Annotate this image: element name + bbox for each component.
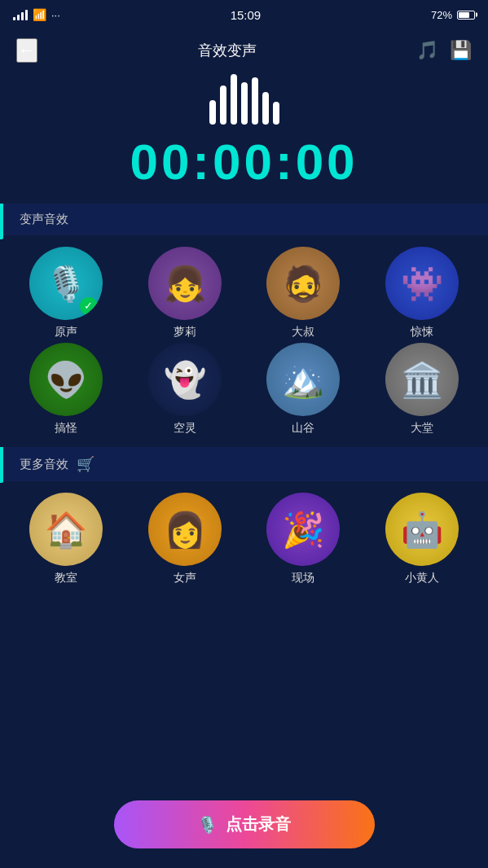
status-left: 📶 ··· — [13, 8, 60, 21]
avatar-scary: 👾 — [385, 247, 459, 320]
back-button[interactable]: ← — [16, 38, 37, 63]
label-uncle: 大叔 — [292, 325, 314, 340]
music-list-icon[interactable]: 🎵 — [416, 40, 438, 61]
label-hall: 大堂 — [411, 421, 433, 436]
effect-valley[interactable]: 🏔️ 山谷 — [246, 343, 362, 436]
header: ← 音效变声 🎵 💾 — [0, 29, 488, 72]
avatar-female: 👩 — [148, 493, 222, 566]
status-bar: 📶 ··· 15:09 72% — [0, 0, 488, 29]
avatar-minion: 🤖 — [385, 493, 459, 566]
avatar-ghost: 👻 — [148, 343, 222, 416]
audio-visualizer — [0, 80, 488, 125]
label-female: 女声 — [174, 571, 196, 585]
record-btn-container: 🎙️ 点击录音 — [114, 800, 375, 848]
battery-percent: 72% — [431, 9, 452, 21]
status-time: 15:09 — [231, 8, 262, 22]
avatar-valley: 🏔️ — [266, 343, 340, 416]
save-icon[interactable]: 💾 — [450, 40, 472, 61]
timer-display: 00:00:00 — [0, 133, 488, 191]
section-accent-effects — [0, 204, 3, 239]
label-minion: 小黄人 — [405, 571, 439, 585]
section-label-more: 更多音效 🛒 — [0, 447, 488, 481]
wifi-icon: 📶 — [33, 8, 46, 21]
cart-icon[interactable]: 🛒 — [77, 455, 95, 473]
effect-monster[interactable]: 👽 搞怪 — [8, 343, 124, 436]
avatar-hall: 🏛️ — [385, 343, 459, 416]
effect-minion[interactable]: 🤖 小黄人 — [364, 493, 480, 585]
label-original: 原声 — [55, 325, 77, 340]
label-molly: 萝莉 — [174, 325, 196, 340]
effect-original[interactable]: 🎙️ 原声 — [8, 247, 124, 340]
record-label: 点击录音 — [226, 813, 291, 835]
vis-bar-6 — [262, 92, 269, 125]
label-classroom: 教室 — [55, 571, 77, 585]
effect-hall[interactable]: 🏛️ 大堂 — [364, 343, 480, 436]
label-valley: 山谷 — [292, 421, 314, 436]
effect-classroom[interactable]: 🏠 教室 — [8, 493, 124, 585]
avatar-molly: 👧 — [148, 247, 222, 320]
record-mic-icon: 🎙️ — [197, 815, 218, 835]
section-accent-more — [0, 447, 3, 483]
signal-icon — [13, 9, 28, 20]
vis-bar-4 — [241, 82, 248, 125]
page-title: 音效变声 — [198, 41, 257, 60]
battery-icon — [457, 11, 475, 20]
vis-bar-3 — [231, 74, 237, 125]
avatar-original: 🎙️ — [29, 247, 103, 320]
section-label-effects: 变声音效 — [0, 204, 488, 235]
mic-emoji: 🎙️ — [45, 264, 87, 304]
effects-grid: 🎙️ 原声 👧 萝莉 🧔 大叔 👾 惊悚 👽 搞怪 👻 空灵 — [0, 235, 488, 447]
effect-molly[interactable]: 👧 萝莉 — [127, 247, 243, 340]
avatar-classroom: 🏠 — [29, 493, 103, 566]
avatar-live: 🎉 — [266, 493, 340, 566]
effect-uncle[interactable]: 🧔 大叔 — [246, 247, 362, 340]
dots-icon: ··· — [51, 9, 60, 21]
label-ghost: 空灵 — [174, 421, 196, 436]
record-button[interactable]: 🎙️ 点击录音 — [114, 800, 375, 848]
label-live: 现场 — [292, 571, 314, 585]
vis-bar-7 — [273, 102, 279, 125]
vis-bar-1 — [209, 100, 216, 125]
effect-female[interactable]: 👩 女声 — [127, 493, 243, 585]
effect-scary[interactable]: 👾 惊悚 — [364, 247, 480, 340]
more-effects-grid: 🏠 教室 👩 女声 🎉 现场 🤖 小黄人 — [0, 481, 488, 597]
vis-bar-5 — [252, 77, 258, 125]
avatar-uncle: 🧔 — [266, 247, 340, 320]
avatar-monster: 👽 — [29, 343, 103, 416]
effect-ghost[interactable]: 👻 空灵 — [127, 343, 243, 436]
status-right: 72% — [431, 9, 475, 21]
label-monster: 搞怪 — [55, 421, 77, 436]
effect-live[interactable]: 🎉 现场 — [246, 493, 362, 585]
vis-bar-2 — [220, 85, 226, 125]
label-scary: 惊悚 — [411, 325, 433, 340]
header-icons: 🎵 💾 — [416, 40, 472, 61]
